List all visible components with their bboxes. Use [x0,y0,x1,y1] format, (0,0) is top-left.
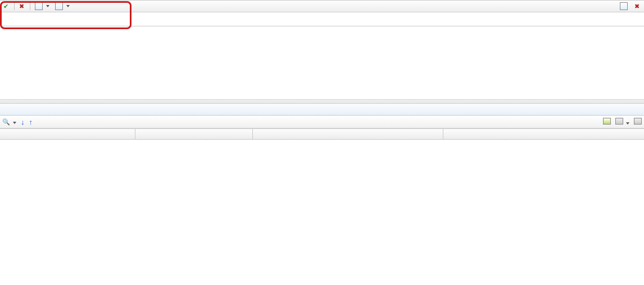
save-filter-icon [620,2,628,10]
chevron-down-icon [66,5,70,7]
x-icon: ✖ [19,3,24,10]
find-dropdown[interactable]: 🔍 [2,118,16,126]
history-dropdown[interactable] [34,2,51,10]
color-rules-button[interactable] [603,118,611,126]
grid-header [0,128,644,140]
aliases-dropdown[interactable] [615,118,629,126]
check-icon: ✔ [3,3,8,10]
separator [30,2,30,10]
filter-row [0,12,644,26]
chevron-down-icon [46,5,49,7]
find-next-button[interactable]: ↓ [21,118,25,126]
load-filter-icon [55,2,63,10]
filter-edit-pane[interactable] [0,26,644,99]
clear-text-button[interactable]: ✖ [633,3,642,10]
load-filter-dropdown[interactable] [54,2,71,10]
history-icon [35,2,43,10]
columns-icon [634,118,642,125]
filter-toolbar: ✔ ✖ [0,0,644,12]
save-filter-button[interactable] [619,2,630,10]
col-header-source[interactable] [443,129,644,139]
horizontal-splitter[interactable] [0,99,644,104]
col-header-frame[interactable] [0,129,135,139]
separator [14,2,15,10]
summary-toolbar: 🔍 ↓ ↑ [0,116,644,128]
find-prev-button[interactable]: ↑ [29,118,33,126]
find-icon: 🔍 [2,118,10,125]
summary-title-bar [0,104,644,116]
clear-icon: ✖ [634,3,640,10]
col-header-time[interactable] [253,129,443,139]
color-rules-icon [603,118,611,125]
apply-button[interactable]: ✔ [2,3,11,10]
chevron-down-icon [13,122,16,124]
col-header-offset[interactable] [135,129,253,139]
chevron-down-icon [626,122,629,125]
aliases-icon [615,118,623,125]
columns-dropdown[interactable] [634,118,642,126]
remove-button[interactable]: ✖ [18,3,26,10]
filter-expression-input[interactable] [0,13,229,25]
